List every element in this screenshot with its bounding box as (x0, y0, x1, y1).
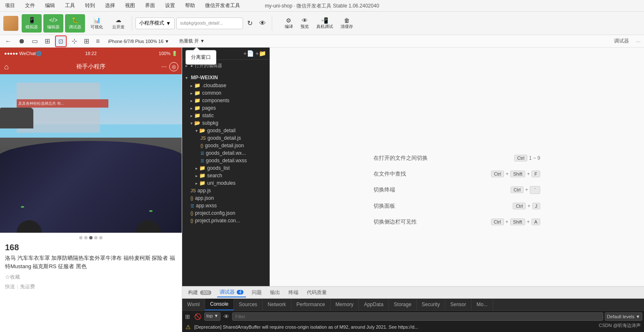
console-levels-selector[interactable]: Default levels ▼ (605, 312, 642, 321)
phone-collect[interactable]: ☆收藏 (0, 272, 182, 282)
layout-button[interactable]: ⊞ (43, 37, 52, 45)
filetree-project-config[interactable]: {} project.config.json (182, 209, 269, 217)
devtools-tab-codequality[interactable]: 代码质量 (304, 288, 329, 297)
console-clear-icon[interactable]: 🚫 (193, 313, 203, 320)
devtools-tab-issues[interactable]: 问题 (249, 288, 264, 297)
more-button[interactable]: ≡ (94, 38, 101, 45)
debugger-button[interactable]: 🐛 调试器 (65, 14, 85, 33)
filetree-goods-detail-json[interactable]: {} goods_detail.json (182, 142, 269, 149)
console-filter-input[interactable] (232, 312, 603, 321)
filetree-appjs[interactable]: JS app.js (182, 187, 269, 194)
filetree-common[interactable]: ▸ 📁 common (182, 89, 269, 97)
simulator-button[interactable]: 📱 模拟器 (22, 14, 42, 33)
console-eye-icon[interactable]: 👁 (222, 313, 231, 320)
filetree-subpkg[interactable]: ▾ 📂 subpkg (182, 119, 269, 127)
console-expand-icon[interactable]: ⊞ (184, 313, 191, 320)
filetree-goods-detail-js[interactable]: JS goods_detail.js (182, 134, 269, 142)
console-context-selector[interactable]: top ▼ (204, 312, 221, 321)
filetree-project-private[interactable]: {} project.private.con... (182, 217, 269, 224)
menu-interface[interactable]: 界面 (143, 1, 157, 10)
dot-2 (89, 236, 93, 239)
filetree-cloudbase[interactable]: ▸ 📁 .cloudbase (182, 82, 269, 89)
hotreload-selector[interactable]: 热重载 开 ▼ (179, 38, 205, 44)
devtools-tab-build[interactable]: 构建 300 (185, 288, 214, 297)
cloud-button[interactable]: ☁ 云开发 (108, 13, 128, 33)
phone-title-bar: ⌂ 褂手小程序 ··· ◎ (0, 59, 182, 74)
devtools-tab2-network[interactable]: Network (263, 299, 291, 310)
filetree-search[interactable]: ▸ 📁 search (182, 172, 269, 179)
mode-selector[interactable]: 小程序模式 ▼ (135, 18, 175, 29)
menu-view[interactable]: 视图 (123, 1, 137, 10)
filetree-appwxss[interactable]: ☰ app.wxss (182, 202, 269, 209)
js-file-icon: JS (190, 188, 196, 193)
detach-window-button[interactable]: ⊡ (55, 35, 67, 47)
filetree-components[interactable]: ▸ 📁 components (182, 97, 269, 104)
new-folder-icon[interactable]: +📁 (256, 50, 266, 57)
filetree-appjson[interactable]: {} app.json (182, 194, 269, 202)
menu-help[interactable]: 帮助 (183, 1, 197, 10)
shortcut-keys-3: Ctrl + ｀ (511, 186, 540, 194)
dot-1 (84, 236, 88, 239)
devtools-tab2-storage[interactable]: Storage (389, 299, 417, 310)
wxss-file-icon: ☰ (200, 158, 204, 163)
menu-edit[interactable]: 编辑 (43, 1, 57, 10)
menu-file[interactable]: 文件 (23, 1, 37, 10)
filetree-pages[interactable]: ▸ 📁 pages (182, 104, 269, 112)
preview-button[interactable]: 👁 预览 (298, 16, 311, 30)
devtools-tab-output[interactable]: 输出 (268, 288, 283, 297)
filetree-goods-detail-folder[interactable]: ▾ 📂 goods_detail (182, 127, 269, 134)
devtools-tab-terminal[interactable]: 终端 (286, 288, 301, 297)
device-selector[interactable]: iPhone 6/7/8 Plus 100% 16 ▼ (108, 39, 169, 44)
filetree-static[interactable]: ▸ 📁 static (182, 112, 269, 119)
phone-app-title: 褂手小程序 (76, 63, 105, 70)
menu-select[interactable]: 选择 (103, 1, 117, 10)
editor-button[interactable]: </> 编辑器 (43, 14, 63, 33)
new-file-icon[interactable]: +📄 (243, 50, 254, 57)
menu-wx-devtools[interactable]: 微信开发者工具 (203, 1, 242, 10)
devtools-tab2-more[interactable]: Mo... (471, 299, 493, 310)
shortcut-label-1: 在打开的文件之间切换 (373, 154, 428, 162)
menu-tools[interactable]: 工具 (63, 1, 77, 10)
filetree-goods-detail-wxml[interactable]: ☰ goods_detail.wx... (182, 149, 269, 157)
compile-button[interactable]: ⚙ 编译 (282, 16, 296, 30)
inspect-button[interactable]: ⊹ (70, 37, 79, 45)
devtools-tab2-security[interactable]: Security (417, 299, 445, 310)
refresh-button[interactable]: ↻ (245, 18, 255, 28)
filetree-uni-modules[interactable]: ▸ 📁 uni_modules (182, 179, 269, 187)
back-button[interactable]: ← (3, 38, 13, 45)
device-bar: ← ⏺ ▭ ⊞ ⊡ ⊹ ⊞ ≡ iPhone 6/7/8 Plus 100% 1… (0, 35, 644, 48)
clearcache-button[interactable]: 🗑 清缓存 (338, 16, 356, 30)
path-input[interactable]: subpkg/goods_detail/... (176, 18, 243, 29)
app-title: my-uni-shop · 微信开发者工具 Stable 1.06.240204… (265, 0, 379, 12)
devtools-tab2-wxml[interactable]: Wxml (182, 299, 205, 310)
separator-1 (132, 16, 132, 31)
mp-weixin-arrow: ▾ (185, 75, 188, 80)
filetree-goods-detail-wxss[interactable]: ☰ goods_detail.wxss (182, 157, 269, 164)
devtools-tab2-console[interactable]: Console (205, 299, 234, 310)
devtools-tab2-sensor[interactable]: Sensor (445, 299, 471, 310)
menu-settings[interactable]: 设置 (163, 1, 177, 10)
phone-battery: 100% 🔋 (97, 51, 178, 56)
devtools-tab2-performance[interactable]: Performance (291, 299, 331, 310)
grid-button[interactable]: ⊞ (82, 37, 91, 45)
menu-goto[interactable]: 转到 (83, 1, 97, 10)
phone-more-button[interactable]: ··· (161, 63, 167, 70)
more-options-button[interactable]: ··· (636, 38, 641, 45)
record-button[interactable]: ⏺ (17, 38, 27, 45)
mp-weixin-title[interactable]: ▾ MP-WEIXIN (182, 73, 269, 82)
phone-home-button[interactable]: ⌂ (4, 63, 9, 71)
inspector-label[interactable]: 调试器 (614, 38, 629, 45)
folder-icon: 📁 (194, 113, 200, 118)
devtools-tab-debugger[interactable]: 调试器 4 (217, 288, 246, 297)
filetree-goods-list[interactable]: ▸ 📁 goods_list (182, 164, 269, 172)
devtools-tab2-appdata[interactable]: AppData (359, 299, 389, 310)
avatar[interactable] (3, 16, 18, 31)
devtools-tab2-memory[interactable]: Memory (331, 299, 359, 310)
visualize-button[interactable]: 📊 可视化 (87, 13, 107, 33)
realdev-button[interactable]: 📲 真机调试 (314, 16, 336, 30)
phone-circle-button[interactable]: ◎ (169, 62, 178, 71)
devtools-tab2-sources[interactable]: Sources (234, 299, 263, 310)
eye-button[interactable]: 👁 (257, 19, 268, 28)
menu-project[interactable]: 项目 (3, 1, 17, 10)
screen-button[interactable]: ▭ (30, 37, 40, 45)
